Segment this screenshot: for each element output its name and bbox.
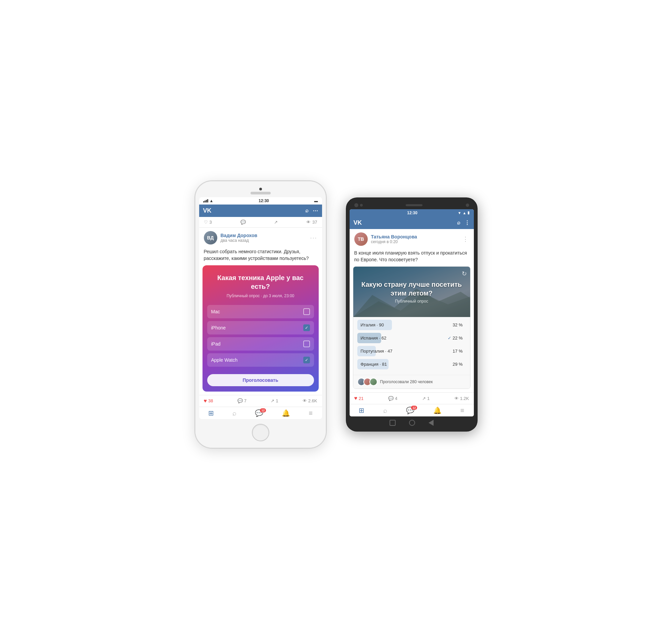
comment-action-bottom[interactable]: 💬 7 [237,398,246,403]
poll-label-italy: Италия · 90 [361,322,384,328]
author-name-iphone[interactable]: Вадим Дорохов [221,233,307,238]
bottom-nav-android: ⊞ ⌕ 💬 12 🔔 ≡ [350,404,474,416]
android-screen: 12:30 ▼ ▲ ▮ VK ⌕ ⋮ ТВ [350,209,474,416]
share-icon-top: ↗ [274,220,278,225]
comment-action-android[interactable]: 💬 4 [388,396,397,401]
share-action-android[interactable]: ↗ 1 [422,396,430,401]
poll-pct-france: 29 % [453,362,463,367]
comment-icon-bottom: 💬 [237,398,243,403]
poll-vote-button-iphone[interactable]: Проголосовать [207,374,314,386]
poll-checkbox-mac[interactable] [303,308,310,315]
eye-icon-bottom: 👁 [303,398,307,403]
search-nav-android: ⌕ [383,407,387,414]
heart-filled-android: ♥ [354,395,358,401]
poll-options-android: Италия · 90 32 % Испания · 62 ✓ 22 % [353,317,470,375]
post-author-iphone: ВД Вадим Дорохов два часа назад ··· [199,228,322,246]
poll-checkbox-applewatch[interactable]: ✓ [303,357,310,363]
poll-option-italy[interactable]: Италия · 90 32 % [357,320,466,330]
nav-messages-android[interactable]: 💬 12 [406,407,414,414]
view-count-android: 1.2K [460,396,469,401]
poll-option-france-inner: Франция · 81 29 % [357,359,466,369]
author-avatar-iphone[interactable]: ВД [204,231,217,244]
nav-bell-iphone[interactable]: 🔔 [282,410,290,416]
poll-label-spain: Испания · 62 [361,336,387,341]
poll-label-portugal: Португалия · 47 [361,348,392,354]
poll-android-image: ↻ Какую страну лучше посетить этим летом… [353,267,470,317]
post-more-iphone[interactable]: ··· [310,235,317,241]
poll-option-france[interactable]: Франция · 81 29 % [357,359,466,369]
android-more-icon[interactable]: ⋮ [464,220,470,226]
bar1 [203,201,204,202]
post-author-android: ТВ Татьяна Воронцова сегодня в 0:20 ⋮ [350,229,474,248]
view-action-android: 👁 1.2K [454,396,469,401]
nav-bell-android[interactable]: 🔔 [433,407,441,414]
check-icon-spain: ✓ [448,336,451,341]
nav-home-iphone[interactable]: ⊞ [208,410,214,416]
vk-nav-bar: VK ⌕ ⋯ [199,204,322,217]
nav-menu-iphone[interactable]: ≡ [309,410,313,416]
share-action-top[interactable]: ↗ [274,220,278,225]
bell-nav-android: 🔔 [433,407,441,414]
home-nav-android: ⊞ [359,407,364,414]
avatar-image-vadim: ВД [204,231,217,244]
more-icon[interactable]: ⋯ [313,208,318,214]
signal-area: ▲ [203,198,214,203]
poll-option-mac[interactable]: Mac [207,305,314,318]
poll-checkbox-iphone[interactable]: ✓ [303,324,310,331]
poll-option-spain[interactable]: Испания · 62 ✓ 22 % [357,333,466,343]
poll-checkbox-ipad[interactable] [303,341,310,347]
post-top-actions: ♡ 3 💬 ↗ 👁 37 [199,217,322,228]
eye-icon-android: 👁 [454,396,459,401]
android-nav-back[interactable] [429,420,434,426]
battery-icon: ▬ [314,199,318,203]
poll-option-applewatch[interactable]: Apple Watch ✓ [207,353,314,367]
iphone-screen: ▲ 12:30 ▬ VK ⌕ ⋯ ♡ 3 [199,197,322,419]
wifi-icon: ▲ [210,198,214,203]
poll-option-spain-inner: Испания · 62 ✓ 22 % [357,333,466,343]
poll-title-wrap-android: Какую страну лучше посетить этим летом? … [353,280,470,304]
poll-option-iphone-label: iPhone [211,325,226,331]
iphone-status-bar: ▲ 12:30 ▬ [199,197,322,204]
search-icon[interactable]: ⌕ [305,208,309,214]
signal-bars [203,199,208,202]
nav-search-iphone[interactable]: ⌕ [233,410,236,416]
poll-android: ↻ Какую страну лучше посетить этим летом… [353,266,471,389]
android-nav-circle[interactable] [409,420,415,426]
like-action-top[interactable]: ♡ 3 [204,220,212,225]
nav-search-android[interactable]: ⌕ [383,407,387,414]
bar4 [207,199,208,202]
iphone-device: ▲ 12:30 ▬ VK ⌕ ⋯ ♡ 3 [195,181,326,447]
like-action-android[interactable]: ♥ 21 [354,395,364,401]
comment-icon-android: 💬 [388,396,393,401]
nav-home-android[interactable]: ⊞ [359,407,364,414]
view-action-bottom: 👁 2.6K [303,398,317,403]
poll-refresh-icon[interactable]: ↻ [462,270,467,277]
poll-label-france: Франция · 81 [361,362,387,367]
android-nav-square[interactable] [389,420,395,426]
android-cam-2 [360,204,363,207]
comment-action-top[interactable]: 💬 [240,220,246,225]
post-more-android[interactable]: ⋮ [462,236,469,243]
android-device: 12:30 ▼ ▲ ▮ VK ⌕ ⋮ ТВ [346,198,477,431]
view-count-bottom: 2.6K [308,398,317,403]
author-avatar-android[interactable]: ТВ [354,233,368,246]
poll-title-android: Какую страну лучше посетить этим летом? [360,280,463,297]
poll-option-portugal[interactable]: Португалия · 47 17 % [357,346,466,356]
scene: ▲ 12:30 ▬ VK ⌕ ⋯ ♡ 3 [195,181,477,447]
like-action-bottom[interactable]: ♥ 38 [204,398,213,404]
android-cam-1 [354,203,358,207]
iphone-home-button[interactable] [252,424,269,441]
author-info-iphone: Вадим Дорохов два часа назад [221,233,307,243]
author-name-android[interactable]: Татьяна Воронцова [371,234,459,239]
nav-menu-android[interactable]: ≡ [460,407,464,414]
voter-avatars [357,378,378,386]
nav-messages-iphone[interactable]: 💬 12 [255,410,263,416]
comment-icon-top: 💬 [240,220,246,225]
android-vk-nav-icons: ⌕ ⋮ [457,220,470,226]
android-search-icon[interactable]: ⌕ [457,220,460,226]
poll-option-iphone-item[interactable]: iPhone ✓ [207,321,314,335]
poll-subtitle-android: Публичный опрос [360,299,463,304]
share-action-bottom[interactable]: ↗ 1 [271,398,278,403]
heart-filled-icon: ♥ [204,398,207,404]
poll-option-ipad[interactable]: iPad [207,337,314,350]
